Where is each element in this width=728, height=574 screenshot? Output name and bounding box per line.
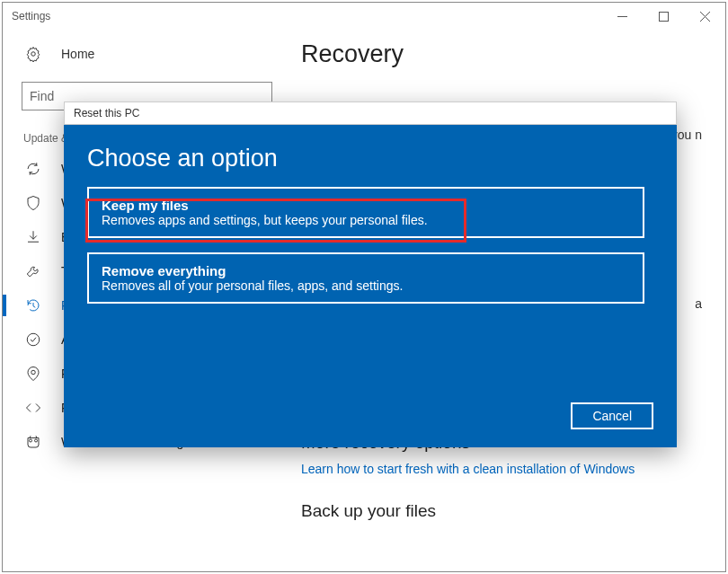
dialog-title: Reset this PC [64, 102, 677, 125]
shield-icon [25, 195, 43, 211]
home-label: Home [61, 47, 94, 61]
reset-pc-dialog: Reset this PC Choose an option Keep my f… [64, 102, 677, 447]
insider-icon [25, 434, 43, 450]
history-icon [25, 297, 43, 313]
svg-point-5 [27, 333, 40, 346]
page-title: Recovery [301, 40, 702, 68]
location-icon [25, 366, 43, 382]
option-title: Keep my files [102, 198, 630, 213]
minimize-button[interactable] [601, 3, 643, 30]
dialog-heading: Choose an option [64, 125, 677, 187]
home-link[interactable]: Home [3, 39, 281, 69]
code-icon [25, 400, 43, 416]
window-title: Settings [3, 10, 601, 22]
search-text: Find [30, 89, 54, 103]
cancel-button[interactable]: Cancel [571, 402, 653, 429]
maximize-button[interactable] [643, 3, 684, 30]
settings-window: Settings Home Find Update & Security W W [2, 2, 726, 572]
svg-rect-1 [659, 12, 668, 21]
backup-icon [25, 229, 43, 245]
sync-icon [25, 161, 43, 177]
option-desc: Removes all of your personal files, apps… [102, 278, 630, 293]
close-button[interactable] [684, 3, 725, 30]
advanced-fragment: a [695, 296, 702, 311]
option-title: Remove everything [102, 263, 630, 278]
svg-point-6 [31, 370, 36, 375]
svg-point-4 [31, 52, 36, 57]
check-circle-icon [25, 331, 43, 348]
wrench-icon [25, 263, 43, 279]
titlebar: Settings [3, 3, 725, 30]
option-remove-everything[interactable]: Remove everything Removes all of your pe… [87, 252, 644, 304]
window-controls [601, 3, 725, 30]
option-desc: Removes apps and settings, but keeps you… [102, 213, 630, 227]
gear-icon [25, 46, 43, 62]
option-keep-my-files[interactable]: Keep my files Removes apps and settings,… [87, 187, 644, 238]
svg-point-8 [35, 439, 38, 442]
svg-point-7 [30, 439, 32, 442]
dialog-options: Keep my files Removes apps and settings,… [64, 187, 677, 304]
backup-heading: Back up your files [301, 501, 702, 521]
start-fresh-link[interactable]: Learn how to start fresh with a clean in… [301, 462, 702, 476]
